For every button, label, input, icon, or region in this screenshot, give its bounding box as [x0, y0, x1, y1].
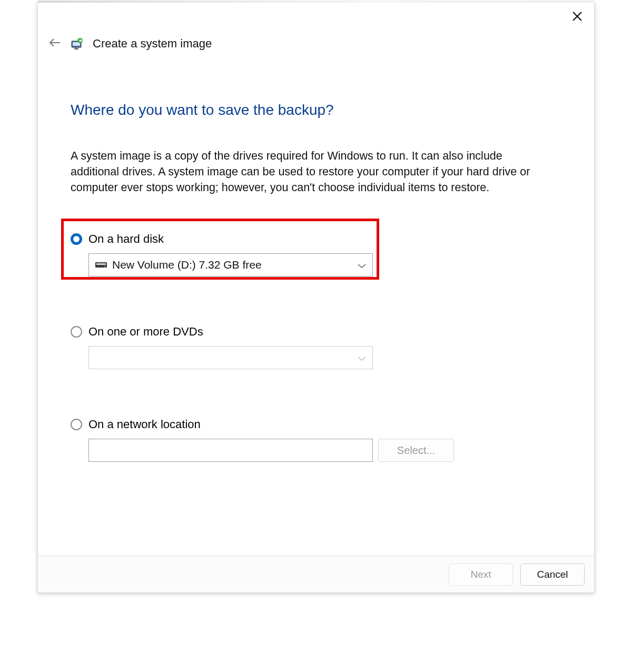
dvd-drive-combo[interactable]: [88, 346, 373, 369]
hard-disk-drive-combo[interactable]: New Volume (D:) 7.32 GB free: [88, 253, 373, 276]
system-image-dialog: Create a system image Where do you want …: [37, 2, 595, 593]
page-description: A system image is a copy of the drives r…: [71, 148, 545, 195]
wizard-content: Where do you want to save the backup? A …: [38, 62, 594, 462]
svg-rect-8: [96, 263, 106, 265]
hard-disk-drive-value: New Volume (D:) 7.32 GB free: [112, 259, 262, 271]
next-button[interactable]: Next: [449, 564, 513, 586]
chevron-down-icon: [358, 259, 366, 271]
wizard-header: Create a system image: [38, 30, 594, 62]
next-button-label: Next: [470, 569, 491, 580]
network-path-input[interactable]: [88, 439, 373, 462]
wizard-title: Create a system image: [93, 37, 212, 51]
chevron-down-icon: [358, 351, 366, 364]
radio-network-label: On a network location: [88, 418, 201, 431]
network-select-button-label: Select...: [397, 444, 435, 457]
network-select-button[interactable]: Select...: [378, 439, 454, 462]
svg-point-9: [104, 266, 105, 267]
radio-dvds-row[interactable]: On one or more DVDs: [71, 325, 561, 339]
close-button[interactable]: [570, 10, 585, 25]
system-image-icon: [70, 36, 84, 51]
wizard-footer: Next Cancel: [38, 556, 594, 592]
svg-rect-5: [74, 48, 78, 50]
cancel-button-label: Cancel: [537, 569, 568, 580]
radio-network-row[interactable]: On a network location: [71, 418, 561, 431]
radio-hard-disk[interactable]: [71, 233, 82, 245]
drive-icon: [95, 261, 107, 269]
option-hard-disk: On a hard disk New Volume (D:) 7.32 GB f…: [71, 232, 561, 276]
option-dvds: On one or more DVDs: [71, 325, 561, 369]
radio-network[interactable]: [71, 419, 82, 430]
arrow-left-icon: [48, 41, 61, 50]
radio-hard-disk-row[interactable]: On a hard disk: [71, 232, 561, 246]
option-network: On a network location Select...: [71, 418, 561, 462]
close-icon: [572, 12, 582, 23]
titlebar: [38, 3, 594, 30]
radio-hard-disk-label: On a hard disk: [88, 232, 164, 246]
cancel-button[interactable]: Cancel: [520, 564, 585, 586]
radio-dvds[interactable]: [71, 326, 82, 338]
page-heading: Where do you want to save the backup?: [71, 102, 561, 118]
back-button[interactable]: [48, 37, 61, 50]
radio-dvds-label: On one or more DVDs: [88, 325, 203, 339]
